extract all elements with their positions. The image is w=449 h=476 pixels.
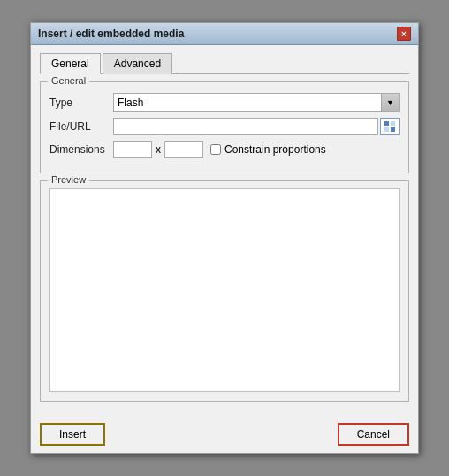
preview-legend: Preview [48,174,89,185]
insert-button[interactable]: Insert [40,423,105,446]
dialog-body: General Advanced General Type Flash ▼ [31,45,418,419]
general-section: General Type Flash ▼ File/URL [40,81,409,173]
title-bar: Insert / edit embedded media × [31,23,418,45]
dialog-title: Insert / edit embedded media [38,27,184,40]
fileurl-row: File/URL [49,118,400,135]
constrain-checkbox[interactable] [210,144,221,155]
fileurl-input[interactable] [113,118,378,135]
type-control-wrap: Flash ▼ [113,93,400,112]
svg-rect-3 [391,127,395,132]
constrain-text: Constrain proportions [224,143,326,156]
dialog: Insert / edit embedded media × General A… [30,22,419,454]
preview-section: Preview [40,180,409,402]
width-input[interactable] [113,141,152,158]
svg-rect-0 [384,121,389,126]
browse-button[interactable] [380,118,400,135]
chevron-down-icon: ▼ [386,98,394,107]
svg-rect-2 [384,127,389,132]
dimensions-label: Dimensions [49,143,113,156]
close-icon: × [401,29,407,39]
tab-general[interactable]: General [40,53,101,74]
dimension-x-separator: x [156,143,161,156]
svg-rect-1 [391,121,395,126]
close-button[interactable]: × [397,27,411,41]
fileurl-control-wrap [113,118,400,135]
dialog-footer: Insert Cancel [31,419,418,453]
type-label: Type [49,96,113,109]
fileurl-label: File/URL [49,120,113,133]
preview-area [49,188,400,392]
constrain-label[interactable]: Constrain proportions [210,143,326,156]
tab-advanced[interactable]: Advanced [103,53,172,74]
type-select-value: Flash [114,95,381,111]
type-dropdown-arrow[interactable]: ▼ [381,94,399,111]
dimensions-row: Dimensions x Constrain proportions [49,141,400,158]
cancel-button[interactable]: Cancel [338,423,409,446]
dimensions-control-wrap: x Constrain proportions [113,141,400,158]
tab-bar: General Advanced [40,52,409,74]
general-legend: General [48,75,89,86]
type-row: Type Flash ▼ [49,93,400,112]
height-input[interactable] [164,141,203,158]
browse-icon [384,120,396,133]
type-select[interactable]: Flash ▼ [113,93,400,112]
